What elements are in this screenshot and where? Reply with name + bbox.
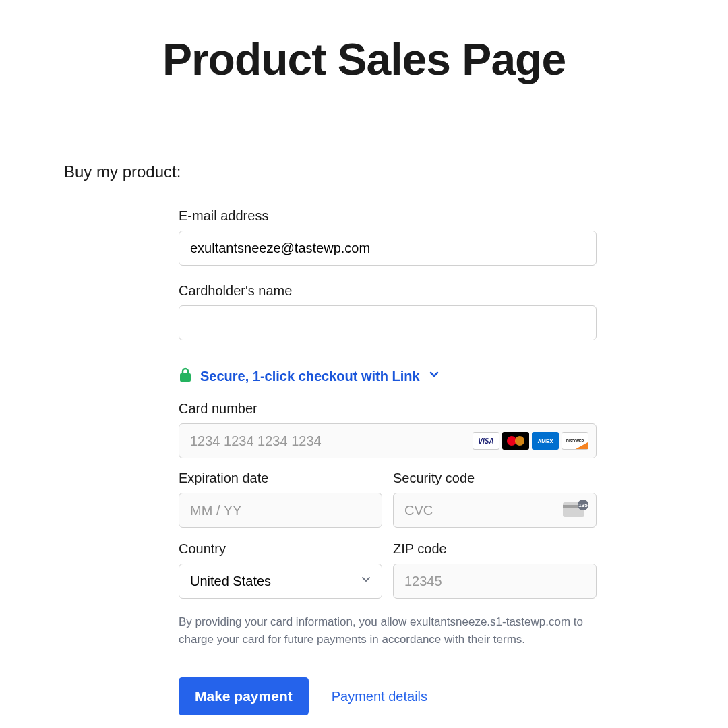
- secure-link-text: Secure, 1-click checkout with Link: [200, 369, 420, 384]
- zip-field-group: ZIP code: [393, 541, 597, 599]
- chevron-down-icon: [428, 369, 440, 384]
- secure-link-toggle[interactable]: Secure, 1-click checkout with Link: [179, 367, 597, 385]
- cvc-card-icon: 135: [563, 500, 588, 520]
- country-select[interactable]: United States: [179, 564, 382, 599]
- card-number-label: Card number: [179, 401, 597, 417]
- discover-icon: DISCOVER: [562, 432, 588, 450]
- cardholder-label: Cardholder's name: [179, 283, 597, 299]
- country-field-group: Country United States: [179, 541, 382, 599]
- amex-icon: AMEX: [532, 432, 559, 450]
- expiration-field-group: Expiration date: [179, 471, 382, 528]
- zip-input[interactable]: [393, 564, 597, 599]
- svg-text:135: 135: [578, 502, 588, 508]
- page-title: Product Sales Page: [64, 34, 664, 85]
- card-brand-icons: VISA AMEX DISCOVER: [473, 432, 588, 450]
- payment-details-link[interactable]: Payment details: [332, 689, 427, 704]
- cardholder-input[interactable]: [179, 305, 597, 340]
- svg-rect-0: [180, 373, 191, 382]
- checkout-form: E-mail address Cardholder's name Secure,…: [179, 208, 597, 715]
- country-label: Country: [179, 541, 382, 557]
- expiration-label: Expiration date: [179, 471, 382, 486]
- card-number-field-group: Card number VISA AMEX DISCOVER: [179, 401, 597, 458]
- cvc-label: Security code: [393, 471, 597, 486]
- email-label: E-mail address: [179, 208, 597, 224]
- email-field-group: E-mail address: [179, 208, 597, 266]
- cvc-field-group: Security code 135: [393, 471, 597, 528]
- zip-label: ZIP code: [393, 541, 597, 557]
- email-input[interactable]: [179, 231, 597, 266]
- visa-icon: VISA: [473, 432, 499, 450]
- buy-subtitle: Buy my product:: [64, 162, 664, 181]
- expiration-input[interactable]: [179, 493, 382, 528]
- make-payment-button[interactable]: Make payment: [179, 677, 309, 715]
- mastercard-icon: [502, 432, 529, 450]
- cardholder-field-group: Cardholder's name: [179, 283, 597, 340]
- lock-icon: [179, 367, 192, 385]
- disclaimer-text: By providing your card information, you …: [179, 613, 597, 648]
